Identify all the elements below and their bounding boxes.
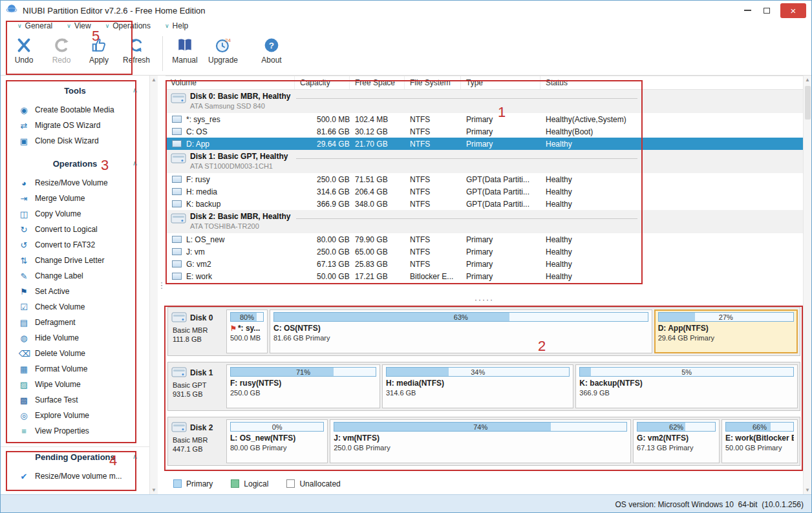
vertical-splitter[interactable]: ⋮ [158,76,166,494]
horizontal-splitter[interactable]: ····· [166,294,803,306]
table-row[interactable]: K: backup 366.9 GB 348.0 GB NTFS GPT(Dat… [166,198,803,210]
partition-name: L: OS_new(NTFS) [230,434,324,443]
column-header-file-system[interactable]: File System [405,76,461,89]
about-button[interactable]: ? About [257,35,286,65]
table-row[interactable]: L: OS_new 80.00 GB 79.90 GB NTFS Primary… [166,233,803,246]
sidebar-item-convert-to-fat32[interactable]: ↺Convert to FAT32 [1,237,149,253]
partition-size: 50.00 GB Primary [725,444,794,452]
column-header-status[interactable]: Status [540,76,803,89]
disk-scheme: Basic MBR [173,436,224,444]
tools-section-header[interactable]: Tools ∧ [1,81,149,99]
sidebar-item-convert-to-logical[interactable]: ↻Convert to Logical [1,222,149,237]
menu-view[interactable]: ∨View [67,21,91,30]
sidebar-item-format-volume[interactable]: ▦Format Volume [1,361,149,377]
column-header-capacity[interactable]: Capacity [295,76,350,89]
sidebar-item-defragment[interactable]: ▤Defragment [1,315,149,330]
sidebar-item-check-volume[interactable]: ☑Check Volume [1,299,149,315]
sidebar-item-create-bootable-media[interactable]: ◉Create Bootable Media [1,102,149,118]
scroll-down-icon[interactable]: ▼ [805,487,810,493]
sidebar-item-clone-disk-wizard[interactable]: ▣Clone Disk Wizard [1,133,149,149]
partition-block-j-vm[interactable]: 74% J: vm(NTFS) 250.0 GB Primary [330,419,631,463]
table-row[interactable]: E: work 50.00 GB 17.21 GB Bitlocker E...… [166,270,803,282]
copy-icon: ◫ [19,209,29,219]
menu-help[interactable]: ∨Help [165,21,188,30]
sidebar-item-copy-volume[interactable]: ◫Copy Volume [1,206,149,222]
partition-name: J: vm(NTFS) [334,434,627,443]
upgrade-button[interactable]: 24 Upgrade [208,35,238,65]
redo-button[interactable]: Redo [47,35,76,65]
svg-text:24: 24 [225,37,231,43]
column-header-type[interactable]: Type [461,76,540,89]
volume-name: K: backup [186,200,220,209]
refresh-button[interactable]: Refresh [122,35,151,65]
disk-name: Disk 1 [190,368,213,377]
table-row[interactable]: H: media 314.6 GB 206.4 GB NTFS GPT(Data… [166,185,803,198]
menu-general[interactable]: ∨General [17,21,52,30]
usage-bar: 27% [658,312,794,322]
disk-group-row[interactable]: Disk 1: Basic GPT, Healthy ATA ST1000DM0… [166,150,803,173]
status-cell: Healthy [540,235,803,244]
manual-button[interactable]: Manual [171,35,199,65]
maximize-button[interactable] [757,3,776,18]
item-label: Explore Volume [35,411,89,420]
table-row[interactable]: F: rusy 250.0 GB 71.51 GB NTFS GPT(Data … [166,173,803,185]
usage-bar: 63% [273,312,648,322]
sidebar-item-change-drive-letter[interactable]: ⇅Change Drive Letter [1,253,149,268]
table-row-selected[interactable]: D: App 29.64 GB 21.70 GB NTFS Primary He… [166,138,803,150]
partition-block-d-app-selected[interactable]: 27% D: App(NTFS) 29.64 GB Primary [654,309,798,353]
sidebar-item-migrate-os-wizard[interactable]: ⇄Migrate OS Wizard [1,118,149,133]
volume-name: E: work [186,272,212,281]
partition-block-f-rusy[interactable]: 71% F: rusy(NTFS) 250.0 GB [226,364,380,408]
sidebar-item-view-properties[interactable]: ≡View Properties [1,423,149,439]
partition-block-e-work[interactable]: 66% E: work(Bitlocker E... 50.00 GB Prim… [721,419,798,463]
file-system-cell: NTFS [405,247,461,256]
capacity-cell: 250.0 GB [295,175,350,184]
sidebar-item-surface-test[interactable]: ▩Surface Test [1,392,149,408]
disk-scheme: Basic MBR [173,326,224,334]
disk-size: 111.8 GB [173,335,224,343]
column-header-free-space[interactable]: Free Space [350,76,405,89]
disk-info[interactable]: Disk 2 Basic MBR 447.1 GB [170,419,224,463]
scroll-up-icon[interactable]: ▲ [151,77,156,83]
apply-button[interactable]: Apply [85,35,113,65]
scroll-up-icon[interactable]: ▲ [805,77,810,83]
disk-info[interactable]: Disk 0 Basic MBR 111.8 GB [170,309,224,353]
partition-block-l-os-new[interactable]: 0% L: OS_new(NTFS) 80.00 GB Primary [226,419,328,463]
partition-block-h-media[interactable]: 34% H: media(NTFS) 314.6 GB [382,364,573,408]
table-row[interactable]: J: vm 250.0 GB 65.00 GB NTFS Primary Hea… [166,246,803,258]
sidebar-item-wipe-volume[interactable]: ▨Wipe Volume [1,377,149,392]
disk-group-row[interactable]: Disk 0: Basic MBR, Healthy ATA Samsung S… [166,90,803,113]
partition-block-c-os[interactable]: 63% C: OS(NTFS) 81.66 GB Primary [270,309,652,353]
disk-group-row[interactable]: Disk 2: Basic MBR, Healthy ATA TOSHIBA-T… [166,210,803,233]
pending-operations-header[interactable]: Pending Operations ∧ [1,447,149,466]
sidebar-item-merge-volume[interactable]: ⇥Merge Volume [1,191,149,206]
sidebar-scrollbar[interactable]: ▲ ▼ [149,76,158,494]
close-button[interactable]: × [780,3,806,18]
minimize-button[interactable] [738,3,757,18]
sidebar-item-set-active[interactable]: ⚑Set Active [1,284,149,299]
table-row[interactable]: C: OS 81.66 GB 30.12 GB NTFS Primary Hea… [166,125,803,138]
undo-button[interactable]: Undo [10,35,38,65]
sidebar-item-change-label[interactable]: ✎Change Label [1,268,149,284]
sidebar-item-delete-volume[interactable]: ⌫Delete Volume [1,346,149,361]
column-header-volume[interactable]: Volume [166,76,295,89]
sidebar-item-resize-move-volume[interactable]: ◕Resize/Move Volume [1,175,149,191]
disk-info[interactable]: Disk 1 Basic GPT 931.5 GB [170,364,224,408]
operations-section-header[interactable]: Operations ∧ [1,154,149,173]
partition-block-g-vm2[interactable]: 62% G: vm2(NTFS) 67.13 GB Primary [633,419,720,463]
menu-operations[interactable]: ∨Operations [105,21,151,30]
chevron-down-icon: ∨ [105,23,110,29]
partition-block-sys-res[interactable]: 80% ⚑*: sy... 500.0 MB [226,309,268,353]
wipe-volume-icon: ▨ [19,380,29,390]
type-cell: GPT(Data Partiti... [461,200,540,209]
sidebar-item-explore-volume[interactable]: ◎Explore Volume [1,408,149,423]
partition-block-k-backup[interactable]: 5% K: backup(NTFS) 366.9 GB [575,364,798,408]
pending-operation-item[interactable]: ✔Resize/Move volume m... [1,468,149,484]
scrollbar-thumb[interactable] [805,86,811,120]
table-row[interactable]: G: vm2 67.13 GB 25.83 GB NTFS Primary He… [166,258,803,270]
table-row[interactable]: *: sys_res 500.0 MB 102.4 MB NTFS Primar… [166,113,803,125]
sidebar-item-hide-volume[interactable]: ◍Hide Volume [1,330,149,346]
main-scrollbar[interactable]: ▲ ▼ [803,76,811,494]
free-space-cell: 21.70 GB [350,140,405,149]
scroll-down-icon[interactable]: ▼ [151,487,156,493]
